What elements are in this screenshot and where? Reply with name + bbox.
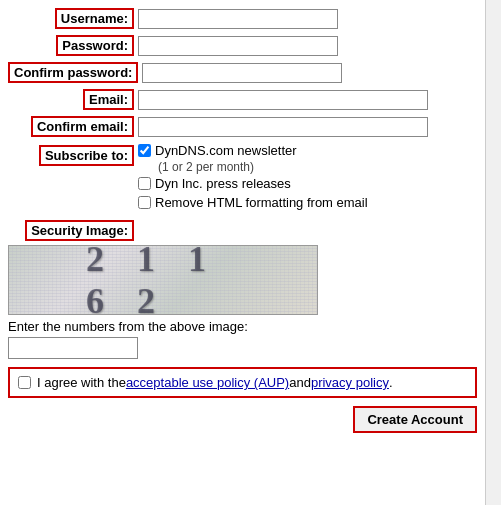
agree-text3: . [389,375,393,390]
confirm-email-input-cell [138,117,477,137]
confirm-password-label: Confirm password: [8,62,138,83]
password-label: Password: [56,35,134,56]
agree-checkbox[interactable] [18,376,31,389]
password-input[interactable] [138,36,338,56]
captcha-image: 2 1 1 6 2 [8,245,318,315]
captcha-enter-label: Enter the numbers from the above image: [8,319,477,334]
captcha-numbers: 2 1 1 6 2 [86,245,240,315]
username-label: Username: [55,8,134,29]
username-label-cell: Username: [8,8,138,29]
email-input-cell [138,90,477,110]
password-input-cell [138,36,477,56]
subscribe-section: Subscribe to: DynDNS.com newsletter (1 o… [8,143,477,212]
subscribe-sub-label: (1 or 2 per month) [158,160,477,174]
subscribe-newsletter-checkbox[interactable] [138,144,151,157]
username-input-cell [138,9,477,29]
subscribe-nohtml-checkbox[interactable] [138,196,151,209]
subscribe-option3-row: Remove HTML formatting from email [138,195,477,210]
confirm-email-label: Confirm email: [31,116,134,137]
confirm-email-row: Confirm email: [8,116,477,137]
create-account-button[interactable]: Create Account [353,406,477,433]
confirm-password-row: Confirm password: [8,62,477,83]
subscribe-nohtml-label: Remove HTML formatting from email [155,195,368,210]
confirm-email-label-cell: Confirm email: [8,116,138,137]
subscribe-newsletter-label: DynDNS.com newsletter [155,143,297,158]
captcha-wrapper: 2 1 1 6 2 [8,245,477,315]
password-row: Password: [8,35,477,56]
security-label-row: Security Image: [8,220,477,241]
security-label-cell: Security Image: [8,220,138,241]
username-row: Username: [8,8,477,29]
subscribe-option1-row: DynDNS.com newsletter [138,143,477,158]
captcha-input-row [8,337,477,359]
page-wrapper: Username: Password: Confirm password: [0,0,501,441]
aup-link[interactable]: acceptable use policy (AUP) [126,375,289,390]
email-label: Email: [83,89,134,110]
email-input[interactable] [138,90,428,110]
password-label-cell: Password: [8,35,138,56]
agree-row: I agree with the acceptable use policy (… [8,367,477,398]
agree-text2: and [289,375,311,390]
subscribe-pressrelease-checkbox[interactable] [138,177,151,190]
username-input[interactable] [138,9,338,29]
scrollbar[interactable] [485,0,501,505]
subscribe-label-cell: Subscribe to: [8,143,138,166]
subscribe-label: Subscribe to: [39,145,134,166]
security-label: Security Image: [25,220,134,241]
subscribe-pressrelease-label: Dyn Inc. press releases [155,176,291,191]
confirm-password-input-cell [142,63,477,83]
form-content: Username: Password: Confirm password: [0,0,485,441]
agree-text1: I agree with the [37,375,126,390]
bottom-row: Create Account [8,406,477,433]
confirm-password-label-cell: Confirm password: [8,62,142,83]
security-section: Security Image: 2 1 1 6 2 Enter the numb… [8,220,477,359]
privacy-policy-link[interactable]: privacy policy [311,375,389,390]
captcha-input[interactable] [8,337,138,359]
confirm-password-input[interactable] [142,63,342,83]
email-label-cell: Email: [8,89,138,110]
subscribe-options: DynDNS.com newsletter (1 or 2 per month)… [138,143,477,212]
email-row: Email: [8,89,477,110]
subscribe-option2-row: Dyn Inc. press releases [138,176,477,191]
confirm-email-input[interactable] [138,117,428,137]
